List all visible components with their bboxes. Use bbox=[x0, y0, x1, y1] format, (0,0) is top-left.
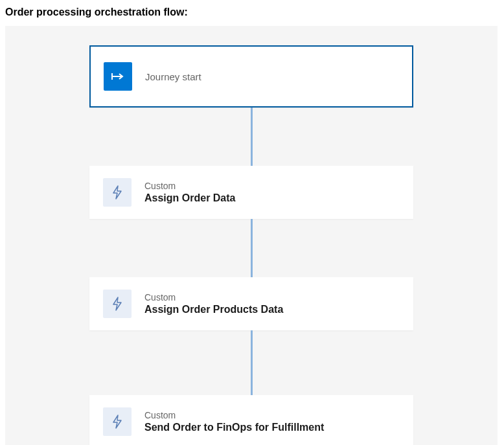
step-node-text: Custom Assign Order Data bbox=[144, 181, 235, 204]
step-title-label: Send Order to FinOps for Fulfillment bbox=[144, 422, 324, 433]
step-assign-order-data[interactable]: Custom Assign Order Data bbox=[89, 166, 413, 219]
start-node-text: Journey start bbox=[145, 71, 201, 82]
start-arrow-icon bbox=[104, 62, 132, 91]
step-assign-order-products-data[interactable]: Custom Assign Order Products Data bbox=[89, 277, 413, 330]
svg-marker-2 bbox=[113, 186, 121, 199]
step-type-label: Custom bbox=[144, 181, 235, 191]
flow-connector bbox=[251, 219, 253, 277]
lightning-icon bbox=[103, 290, 132, 318]
lightning-icon bbox=[103, 407, 132, 436]
step-title-label: Assign Order Data bbox=[144, 192, 235, 204]
flow-container: Journey start Custom Assign Order Data bbox=[5, 45, 498, 445]
lightning-icon bbox=[103, 178, 132, 207]
journey-start-node[interactable]: Journey start bbox=[89, 45, 413, 108]
page-title: Order processing orchestration flow: bbox=[0, 0, 504, 26]
step-type-label: Custom bbox=[144, 410, 324, 420]
svg-marker-3 bbox=[113, 297, 121, 310]
flow-connector bbox=[251, 330, 253, 395]
svg-marker-4 bbox=[113, 415, 121, 428]
flow-connector bbox=[251, 108, 253, 166]
step-type-label: Custom bbox=[144, 292, 283, 302]
start-node-label: Journey start bbox=[145, 71, 201, 82]
step-node-text: Custom Assign Order Products Data bbox=[144, 292, 283, 315]
flow-canvas: Journey start Custom Assign Order Data bbox=[5, 26, 498, 445]
step-node-text: Custom Send Order to FinOps for Fulfillm… bbox=[144, 410, 324, 433]
step-send-order-finops[interactable]: Custom Send Order to FinOps for Fulfillm… bbox=[89, 395, 413, 445]
step-title-label: Assign Order Products Data bbox=[144, 304, 283, 315]
